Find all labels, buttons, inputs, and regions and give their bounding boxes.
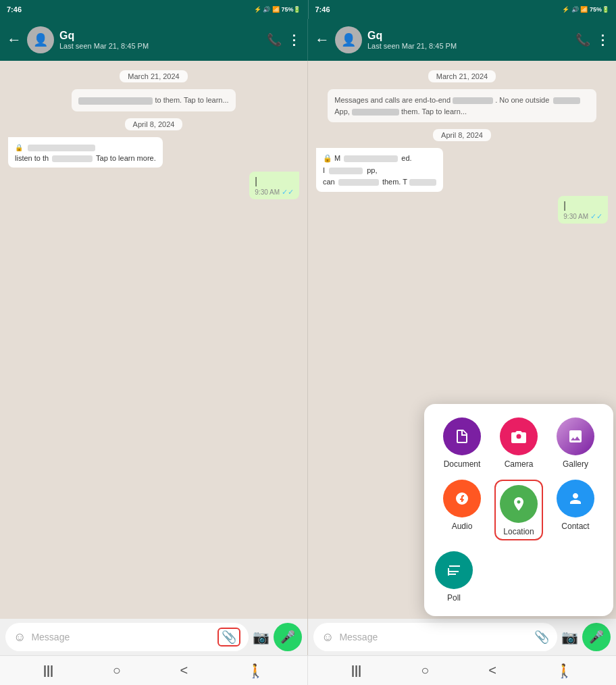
chat-header-left: ← 👤 Gq Last seen Mar 21, 8:45 PM 📞 ⋮ <box>0 19 308 61</box>
blur-r4 <box>344 155 398 162</box>
nav-back-left[interactable]: < <box>180 663 188 678</box>
back-button-left[interactable]: ← <box>7 31 22 49</box>
blur-r7 <box>409 179 436 186</box>
nav-back-right[interactable]: < <box>488 663 496 678</box>
attach-gallery[interactable]: Gallery <box>557 417 594 469</box>
avatar-right: 👤 <box>335 26 362 53</box>
contact-name-right: Gq <box>367 30 570 42</box>
nav-assist-right[interactable]: 🚶 <box>556 663 573 679</box>
gallery-label: Gallery <box>563 459 588 469</box>
contact-info-left[interactable]: Gq Last seen Mar 21, 8:45 PM <box>59 30 261 50</box>
blur-r3 <box>352 109 399 116</box>
audio-icon-circle <box>443 480 481 517</box>
poll-label: Poll <box>447 593 461 603</box>
sent-time-left: 9:30 AM <box>255 188 280 196</box>
location-icon-circle <box>500 485 538 523</box>
lock-icon: 🔒 <box>15 144 23 151</box>
sent-cursor: | <box>255 176 294 186</box>
last-seen-right: Last seen Mar 21, 8:45 PM <box>367 42 570 50</box>
status-icons-left: ⚡ 🔊 📶 75%🔋 <box>254 6 301 13</box>
date-badge-apr8-left: April 8, 2024 <box>125 118 183 130</box>
chat-panel-right: March 21, 2024 Messages and calls are en… <box>308 61 616 655</box>
contact-icon-circle <box>557 480 594 517</box>
attachment-menu: Document Camera Gallery <box>424 404 613 616</box>
nav-recent-left[interactable]: ||| <box>43 663 53 678</box>
time-left: 7:46 <box>7 5 22 14</box>
attach-audio[interactable]: Audio <box>443 480 481 540</box>
input-field-right[interactable]: ☺ Message 📎 <box>313 623 557 651</box>
attach-icon-left[interactable]: 📎 <box>217 628 240 646</box>
chat-messages-left: March 21, 2024 to them. Tap to learn... … <box>0 61 307 619</box>
blur-block-3 <box>52 155 93 162</box>
ticks-left: ✓✓ <box>282 188 294 197</box>
emoji-icon-left[interactable]: ☺ <box>14 630 26 644</box>
main-content: March 21, 2024 to them. Tap to learn... … <box>0 61 616 655</box>
received-msg-row2: listen to th Tap to learn more. <box>15 153 156 164</box>
attach-location[interactable]: Location <box>494 480 543 540</box>
nav-bar: ||| ○ < 🚶 ||| ○ < 🚶 <box>0 655 616 685</box>
back-button-right[interactable]: ← <box>315 31 330 49</box>
received-row2: I pp, <box>323 165 436 177</box>
camera-icon-right[interactable]: 📷 <box>561 629 578 645</box>
received-msg-right: 🔒 M ed. I pp, can them. T <box>316 148 443 192</box>
chat-header-right: ← 👤 Gq Last seen Mar 21, 8:45 PM 📞 ⋮ <box>308 19 616 61</box>
nav-recent-right[interactable]: ||| <box>351 663 361 678</box>
nav-left: ||| ○ < 🚶 <box>0 656 308 685</box>
call-icon-left[interactable]: 📞 <box>267 32 282 47</box>
camera-icon-circle <box>500 417 538 455</box>
system-msg-1-left[interactable]: to them. Tap to learn... <box>72 89 235 111</box>
emoji-icon-right[interactable]: ☺ <box>322 630 334 644</box>
input-bar-left: ☺ Message 📎 📷 🎤 <box>0 619 307 655</box>
attach-document[interactable]: Document <box>443 417 481 469</box>
message-placeholder-left[interactable]: Message <box>31 632 212 642</box>
sent-msg-left: | 9:30 AM ✓✓ <box>249 172 299 199</box>
more-icon-right[interactable]: ⋮ <box>596 32 609 48</box>
nav-assist-left[interactable]: 🚶 <box>247 663 264 679</box>
attach-contact[interactable]: Contact <box>557 480 594 540</box>
blur-r5 <box>329 168 363 174</box>
headers: ← 👤 Gq Last seen Mar 21, 8:45 PM 📞 ⋮ ← 👤… <box>0 19 616 61</box>
camera-icon-left[interactable]: 📷 <box>253 629 270 645</box>
audio-label: Audio <box>452 522 473 531</box>
ticks-right: ✓✓ <box>590 212 602 221</box>
attach-icon-right[interactable]: 📎 <box>534 630 549 644</box>
nav-right: ||| ○ < 🚶 <box>308 656 616 685</box>
attach-camera[interactable]: Camera <box>500 417 538 469</box>
blur-r6 <box>338 179 379 186</box>
date-badge-mar21-right: March 21, 2024 <box>428 70 496 82</box>
system-msg-1-right[interactable]: Messages and calls are end-to-end . No o… <box>328 89 596 122</box>
sent-time-row-r: 9:30 AM ✓✓ <box>563 212 602 221</box>
sent-msg-right: | 9:30 AM ✓✓ <box>558 196 608 224</box>
chat-panel-left: March 21, 2024 to them. Tap to learn... … <box>0 61 308 655</box>
lock-icon-r: 🔒 <box>323 154 332 162</box>
blur-block-1 <box>78 97 153 105</box>
mic-button-left[interactable]: 🎤 <box>274 623 302 651</box>
last-seen-left: Last seen Mar 21, 8:45 PM <box>59 42 261 50</box>
attach-poll[interactable]: Poll <box>435 551 473 603</box>
call-icon-right[interactable]: 📞 <box>575 32 590 47</box>
status-bar-right: 7:46 ⚡ 🔊 📶 75%🔋 <box>309 0 617 19</box>
date-badge-apr8-right: April 8, 2024 <box>433 129 491 141</box>
status-bar-left: 7:46 ⚡ 🔊 📶 75%🔋 <box>0 0 308 19</box>
avatar-left: 👤 <box>27 26 54 53</box>
blur-r1 <box>453 97 493 104</box>
time-right: 7:46 <box>315 5 330 14</box>
sent-time-right: 9:30 AM <box>563 213 588 220</box>
blur-block-2 <box>28 145 95 151</box>
status-bars: 7:46 ⚡ 🔊 📶 75%🔋 7:46 ⚡ 🔊 📶 75%🔋 <box>0 0 616 19</box>
received-msg-left: 🔒 listen to th Tap to learn more. <box>8 137 163 168</box>
status-icons-right: ⚡ 🔊 📶 75%🔋 <box>562 6 609 13</box>
mic-button-right[interactable]: 🎤 <box>582 623 611 651</box>
more-icon-left[interactable]: ⋮ <box>287 32 301 48</box>
date-badge-mar21-left: March 21, 2024 <box>120 70 187 82</box>
contact-name-left: Gq <box>59 30 261 42</box>
document-label: Document <box>444 459 481 469</box>
nav-home-left[interactable]: ○ <box>113 663 121 678</box>
contact-info-right[interactable]: Gq Last seen Mar 21, 8:45 PM <box>367 30 570 50</box>
nav-home-right[interactable]: ○ <box>421 663 429 678</box>
received-row3: can them. T <box>323 176 436 188</box>
message-placeholder-right[interactable]: Message <box>339 632 529 642</box>
input-field-left[interactable]: ☺ Message 📎 <box>5 623 249 651</box>
sent-time-row: 9:30 AM ✓✓ <box>255 188 294 197</box>
gallery-icon-circle <box>557 417 594 455</box>
